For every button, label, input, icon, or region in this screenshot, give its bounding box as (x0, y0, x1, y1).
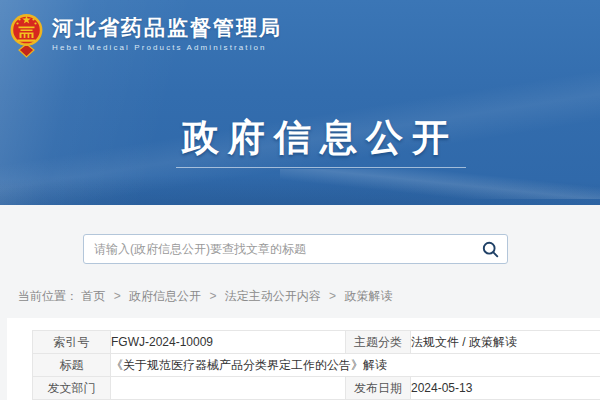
agency-title-block: 河北省药品监督管理局 Hebei Medical Products Admini… (52, 10, 282, 52)
document-info-table: 索引号 FGWJ-2024-10009 主题分类 法规文件 / 政策解读 标题 … (32, 330, 600, 400)
breadcrumb-separator: > (114, 289, 121, 303)
issuing-dept-label: 发文部门 (33, 377, 111, 400)
table-row: 标题 《关于规范医疗器械产品分类界定工作的公告》解读 (33, 354, 600, 377)
breadcrumb-separator: > (209, 289, 216, 303)
site-header: 河北省药品监督管理局 Hebei Medical Products Admini… (0, 0, 600, 205)
doc-title-label: 标题 (33, 354, 111, 377)
breadcrumb-item-info-disclosure[interactable]: 政府信息公开 (129, 289, 201, 303)
table-row: 发文部门 发布日期 2024-05-13 (33, 377, 600, 400)
agency-name-en: Hebei Medical Products Administration (52, 43, 282, 52)
publish-date-label: 发布日期 (346, 377, 411, 400)
banner-underline (176, 167, 466, 168)
index-number-label: 索引号 (33, 331, 111, 354)
page-title: 政府信息公开 (182, 113, 458, 163)
publish-date-value: 2024-05-13 (411, 377, 600, 400)
breadcrumb: 当前位置： 首页 > 政府信息公开 > 法定主动公开内容 > 政策解读 (18, 288, 392, 305)
china-national-emblem-icon (10, 10, 43, 58)
search-box (83, 234, 508, 264)
content-card: 索引号 FGWJ-2024-10009 主题分类 法规文件 / 政策解读 标题 … (7, 318, 600, 400)
index-number-value: FGWJ-2024-10009 (111, 331, 346, 354)
issuing-dept-value (111, 377, 346, 400)
breadcrumb-item-statutory-disclosure[interactable]: 法定主动公开内容 (225, 289, 321, 303)
agency-name-cn: 河北省药品监督管理局 (52, 16, 282, 40)
search-button[interactable] (473, 235, 507, 263)
search-icon (482, 241, 499, 258)
breadcrumb-separator: > (329, 289, 336, 303)
banner-light-streak (280, 169, 600, 199)
breadcrumb-item-home[interactable]: 首页 (81, 289, 105, 303)
topic-category-label: 主题分类 (346, 331, 411, 354)
doc-title-value: 《关于规范医疗器械产品分类界定工作的公告》解读 (111, 354, 600, 377)
topic-category-value: 法规文件 / 政策解读 (411, 331, 600, 354)
search-input[interactable] (84, 235, 473, 263)
table-row: 索引号 FGWJ-2024-10009 主题分类 法规文件 / 政策解读 (33, 331, 600, 354)
breadcrumb-item-policy-interpretation: 政策解读 (344, 289, 392, 303)
site-logo[interactable]: 河北省药品监督管理局 Hebei Medical Products Admini… (10, 10, 282, 58)
breadcrumb-prefix: 当前位置： (18, 289, 78, 303)
